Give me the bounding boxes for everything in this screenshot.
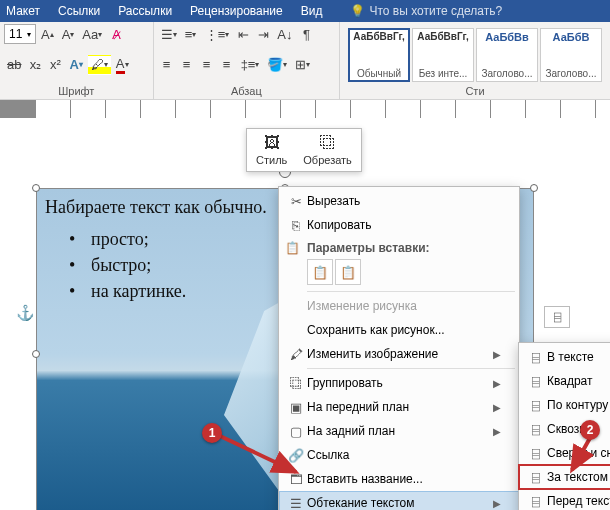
layout-icon: ⌸ [554, 310, 561, 324]
shading-button[interactable]: 🪣▾ [264, 55, 290, 75]
group-label-styles: Сти [344, 85, 606, 99]
highlight-button[interactable]: 🖊▾ [88, 55, 111, 75]
doc-bullet-2: быстро; [91, 255, 151, 276]
ribbon-group-font: 11▾ A▴ A▾ Aa▾ A̷ ab x₂ x² A▾ 🖊▾ A▾ Шрифт [0, 22, 154, 99]
tab-mailings[interactable]: Рассылки [118, 4, 172, 18]
resize-handle[interactable] [530, 184, 538, 192]
ctx-text-wrapping[interactable]: ☰ Обтекание текстом ▶ [279, 491, 519, 510]
indent-button[interactable]: ⇥ [254, 24, 272, 44]
text-effects-button[interactable]: A▾ [66, 55, 85, 75]
clear-format-button[interactable]: A̷ [107, 24, 125, 44]
wrap-front-icon: ⌸ [525, 494, 547, 509]
anchor-icon: ⚓ [16, 304, 35, 322]
ribbon-group-paragraph: ☰▾ ≡▾ ⋮≡▾ ⇤ ⇥ A↓ ¶ ≡ ≡ ≡ ≡ ‡≡▾ 🪣▾ ⊞▾ Абз… [154, 22, 340, 99]
font-color-button[interactable]: A▾ [113, 55, 132, 75]
ribbon-tabs: Макет Ссылки Рассылки Рецензирование Вид… [0, 0, 610, 22]
wrap-through-icon: ⌸ [525, 422, 547, 437]
ctx-send-back[interactable]: ▢ На задний план ▶ [279, 419, 519, 443]
show-marks-button[interactable]: ¶ [297, 24, 315, 44]
annotation-arrow-1 [216, 432, 306, 485]
grow-font-button[interactable]: A▴ [38, 24, 57, 44]
style-tile-nospacing[interactable]: АаБбВвГг, Без инте... [412, 28, 474, 82]
mini-crop-label: Обрезать [303, 154, 352, 166]
wrap-inline[interactable]: ⌸ В тексте [519, 345, 610, 369]
align-right-button[interactable]: ≡ [198, 55, 216, 75]
mini-style-label: Стиль [256, 154, 287, 166]
ctx-cut[interactable]: ✂ Вырезать [279, 189, 519, 213]
wrap-tight[interactable]: ⌸ По контуру [519, 393, 610, 417]
borders-button[interactable]: ⊞▾ [292, 55, 313, 75]
group-label-paragraph: Абзац [158, 85, 335, 99]
tab-links[interactable]: Ссылки [58, 4, 100, 18]
svg-line-0 [220, 436, 296, 472]
wrap-square-icon: ⌸ [525, 374, 547, 389]
justify-button[interactable]: ≡ [218, 55, 236, 75]
change-case-button[interactable]: Aa▾ [79, 24, 105, 44]
paste-option-1[interactable]: 📋 [307, 259, 333, 285]
outdent-button[interactable]: ⇤ [234, 24, 252, 44]
annotation-arrow-2 [566, 436, 596, 479]
ctx-save-as-picture[interactable]: Сохранить как рисунок... [279, 318, 519, 342]
style-tile-normal[interactable]: АаБбВвГг, Обычный [348, 28, 410, 82]
align-left-button[interactable]: ≡ [158, 55, 176, 75]
tell-me-search[interactable]: 💡 Что вы хотите сделать? [350, 4, 502, 18]
tab-layout[interactable]: Макет [6, 4, 40, 18]
wrap-square[interactable]: ⌸ Квадрат [519, 369, 610, 393]
chevron-right-icon: ▶ [493, 378, 501, 389]
bullets-button[interactable]: ☰▾ [158, 24, 180, 44]
cut-icon: ✂ [285, 194, 307, 209]
style-tile-heading1[interactable]: АаБбВв Заголово... [476, 28, 538, 82]
shrink-font-button[interactable]: A▾ [59, 24, 78, 44]
layout-options-button[interactable]: ⌸ [544, 306, 570, 328]
ctx-group[interactable]: ⿻ Группировать ▶ [279, 371, 519, 395]
paste-option-2[interactable]: 📋 [335, 259, 361, 285]
wrap-inline-icon: ⌸ [525, 350, 547, 365]
ruler[interactable] [0, 100, 610, 118]
bring-front-icon: ▣ [285, 400, 307, 415]
chevron-right-icon: ▶ [493, 349, 501, 360]
doc-bullet-1: просто; [91, 229, 149, 250]
style-tile-heading2[interactable]: АаБбВ Заголово... [540, 28, 602, 82]
svg-line-1 [572, 438, 590, 470]
align-center-button[interactable]: ≡ [178, 55, 196, 75]
picture-style-icon: 🖼 [264, 134, 280, 152]
annotation-marker-2: 2 [580, 420, 600, 440]
ctx-change-picture: Изменение рисунка [279, 294, 519, 318]
line-spacing-button[interactable]: ‡≡▾ [238, 55, 263, 75]
mini-crop-button[interactable]: ⿻ Обрезать [297, 132, 358, 168]
wrap-topbot-icon: ⌸ [525, 446, 547, 461]
strike-button[interactable]: ab [4, 55, 24, 75]
wrap-behind-text[interactable]: ⌸ За текстом [519, 465, 610, 489]
sort-button[interactable]: A↓ [274, 24, 295, 44]
ctx-bring-front[interactable]: ▣ На передний план ▶ [279, 395, 519, 419]
numbering-button[interactable]: ≡▾ [182, 24, 200, 44]
wrap-behind-icon: ⌸ [525, 470, 547, 485]
wrap-icon: ☰ [285, 496, 307, 511]
subscript-button[interactable]: x₂ [26, 55, 44, 75]
wrap-in-front[interactable]: ⌸ Перед текстом [519, 489, 610, 510]
ribbon: 11▾ A▴ A▾ Aa▾ A̷ ab x₂ x² A▾ 🖊▾ A▾ Шрифт… [0, 22, 610, 100]
context-menu: ✂ Вырезать ⎘ Копировать 📋 Параметры вста… [278, 186, 520, 510]
ctx-edit-image[interactable]: 🖍 Изменить изображение ▶ [279, 342, 519, 366]
multilevel-button[interactable]: ⋮≡▾ [202, 24, 233, 44]
group-icon: ⿻ [285, 376, 307, 391]
wrap-top-bottom[interactable]: ⌸ Сверху и снизу [519, 441, 610, 465]
wrap-tight-icon: ⌸ [525, 398, 547, 413]
ribbon-group-styles: АаБбВвГг, Обычный АаБбВвГг, Без инте... … [340, 22, 610, 99]
resize-handle[interactable] [32, 184, 40, 192]
superscript-button[interactable]: x² [46, 55, 64, 75]
resize-handle[interactable] [32, 350, 40, 358]
ctx-insert-caption[interactable]: 🗔 Вставить название... [279, 467, 519, 491]
tab-review[interactable]: Рецензирование [190, 4, 283, 18]
ctx-copy[interactable]: ⎘ Копировать [279, 213, 519, 237]
chevron-right-icon: ▶ [493, 402, 501, 413]
edit-icon: 🖍 [285, 347, 307, 362]
ctx-hyperlink[interactable]: 🔗 Ссылка [279, 443, 519, 467]
mini-toolbar: 🖼 Стиль ⿻ Обрезать [246, 128, 362, 172]
paste-options-row: 📋 📋 [279, 257, 519, 289]
tab-view[interactable]: Вид [301, 4, 323, 18]
font-size-input[interactable]: 11▾ [4, 24, 36, 44]
mini-style-button[interactable]: 🖼 Стиль [250, 132, 293, 168]
chevron-right-icon: ▶ [493, 426, 501, 437]
annotation-marker-1: 1 [202, 423, 222, 443]
